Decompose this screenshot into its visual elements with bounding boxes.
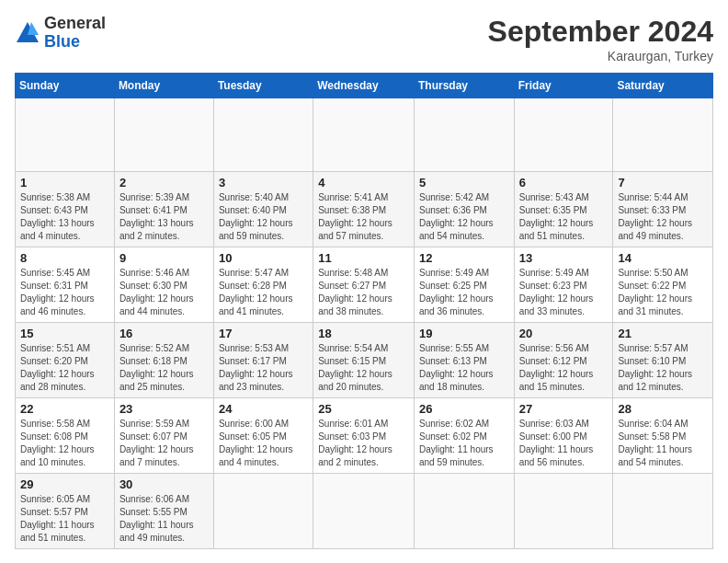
month-title: September 2024 — [488, 15, 713, 49]
table-row: 11Sunrise: 5:48 AM Sunset: 6:27 PM Dayli… — [313, 247, 415, 323]
table-row — [613, 474, 713, 549]
col-monday: Monday — [114, 74, 213, 98]
table-row — [313, 474, 415, 549]
day-number: 16 — [119, 327, 209, 340]
table-row: 29Sunrise: 6:05 AM Sunset: 5:57 PM Dayli… — [16, 474, 115, 549]
day-number: 5 — [419, 176, 509, 190]
day-number: 30 — [119, 477, 209, 491]
table-row: 23Sunrise: 5:59 AM Sunset: 6:07 PM Dayli… — [114, 398, 213, 474]
table-row: 19Sunrise: 5:55 AM Sunset: 6:13 PM Dayli… — [414, 323, 514, 398]
day-number: 24 — [219, 402, 308, 416]
day-info: Sunrise: 5:56 AM Sunset: 6:12 PM Dayligh… — [519, 342, 609, 394]
day-number: 28 — [618, 402, 708, 416]
day-info: Sunrise: 6:02 AM Sunset: 6:02 PM Dayligh… — [419, 418, 509, 469]
table-row — [213, 98, 313, 172]
day-number: 10 — [219, 251, 308, 265]
table-row — [414, 474, 514, 549]
day-info: Sunrise: 5:57 AM Sunset: 6:10 PM Dayligh… — [618, 342, 708, 394]
day-info: Sunrise: 6:04 AM Sunset: 5:58 PM Dayligh… — [618, 418, 708, 469]
day-info: Sunrise: 5:55 AM Sunset: 6:13 PM Dayligh… — [419, 342, 509, 394]
table-row — [16, 98, 115, 172]
day-number: 22 — [20, 402, 109, 416]
calendar-row: 8Sunrise: 5:45 AM Sunset: 6:31 PM Daylig… — [16, 247, 713, 323]
table-row — [213, 474, 313, 549]
day-number: 6 — [519, 176, 609, 190]
table-row: 1Sunrise: 5:38 AM Sunset: 6:43 PM Daylig… — [16, 172, 115, 247]
table-row: 26Sunrise: 6:02 AM Sunset: 6:02 PM Dayli… — [414, 398, 514, 474]
day-info: Sunrise: 5:46 AM Sunset: 6:30 PM Dayligh… — [119, 267, 209, 318]
table-row: 15Sunrise: 5:51 AM Sunset: 6:20 PM Dayli… — [16, 323, 115, 398]
col-saturday: Saturday — [613, 74, 713, 98]
table-row — [313, 98, 415, 172]
table-row: 5Sunrise: 5:42 AM Sunset: 6:36 PM Daylig… — [414, 172, 514, 247]
col-friday: Friday — [514, 74, 613, 98]
day-number: 8 — [20, 251, 109, 265]
table-row: 10Sunrise: 5:47 AM Sunset: 6:28 PM Dayli… — [213, 247, 313, 323]
logo: General Blue — [15, 15, 106, 52]
table-row: 30Sunrise: 6:06 AM Sunset: 5:55 PM Dayli… — [114, 474, 213, 549]
page-header: General Blue September 2024 Karaurgan, T… — [15, 15, 713, 63]
day-info: Sunrise: 5:49 AM Sunset: 6:25 PM Dayligh… — [419, 267, 509, 318]
col-sunday: Sunday — [16, 74, 115, 98]
calendar-row: 22Sunrise: 5:58 AM Sunset: 6:08 PM Dayli… — [16, 398, 713, 474]
day-number: 1 — [20, 176, 109, 190]
table-row: 22Sunrise: 5:58 AM Sunset: 6:08 PM Dayli… — [16, 398, 115, 474]
day-info: Sunrise: 5:48 AM Sunset: 6:27 PM Dayligh… — [318, 267, 409, 318]
day-number: 13 — [519, 251, 609, 265]
day-number: 2 — [119, 176, 209, 190]
day-number: 18 — [318, 327, 409, 340]
table-row: 4Sunrise: 5:41 AM Sunset: 6:38 PM Daylig… — [313, 172, 415, 247]
day-number: 26 — [419, 402, 509, 416]
table-row: 7Sunrise: 5:44 AM Sunset: 6:33 PM Daylig… — [613, 172, 713, 247]
day-info: Sunrise: 6:06 AM Sunset: 5:55 PM Dayligh… — [119, 493, 209, 545]
day-info: Sunrise: 6:03 AM Sunset: 6:00 PM Dayligh… — [519, 418, 609, 469]
table-row: 3Sunrise: 5:40 AM Sunset: 6:40 PM Daylig… — [213, 172, 313, 247]
day-info: Sunrise: 5:52 AM Sunset: 6:18 PM Dayligh… — [119, 342, 209, 394]
day-info: Sunrise: 5:41 AM Sunset: 6:38 PM Dayligh… — [318, 191, 409, 243]
day-number: 21 — [618, 327, 708, 340]
col-wednesday: Wednesday — [313, 74, 415, 98]
table-row: 2Sunrise: 5:39 AM Sunset: 6:41 PM Daylig… — [114, 172, 213, 247]
table-row: 8Sunrise: 5:45 AM Sunset: 6:31 PM Daylig… — [16, 247, 115, 323]
day-number: 15 — [20, 327, 109, 340]
calendar-table: Sunday Monday Tuesday Wednesday Thursday… — [15, 73, 713, 549]
day-info: Sunrise: 5:43 AM Sunset: 6:35 PM Dayligh… — [519, 191, 609, 243]
table-row: 28Sunrise: 6:04 AM Sunset: 5:58 PM Dayli… — [613, 398, 713, 474]
table-row: 21Sunrise: 5:57 AM Sunset: 6:10 PM Dayli… — [613, 323, 713, 398]
day-number: 25 — [318, 402, 409, 416]
table-row: 13Sunrise: 5:49 AM Sunset: 6:23 PM Dayli… — [514, 247, 613, 323]
day-number: 4 — [318, 176, 409, 190]
table-row: 9Sunrise: 5:46 AM Sunset: 6:30 PM Daylig… — [114, 247, 213, 323]
table-row: 17Sunrise: 5:53 AM Sunset: 6:17 PM Dayli… — [213, 323, 313, 398]
day-info: Sunrise: 5:45 AM Sunset: 6:31 PM Dayligh… — [20, 267, 109, 318]
table-row: 24Sunrise: 6:00 AM Sunset: 6:05 PM Dayli… — [213, 398, 313, 474]
calendar-row: 1Sunrise: 5:38 AM Sunset: 6:43 PM Daylig… — [16, 172, 713, 247]
day-info: Sunrise: 5:59 AM Sunset: 6:07 PM Dayligh… — [119, 418, 209, 469]
day-number: 23 — [119, 402, 209, 416]
table-row: 16Sunrise: 5:52 AM Sunset: 6:18 PM Dayli… — [114, 323, 213, 398]
day-info: Sunrise: 5:58 AM Sunset: 6:08 PM Dayligh… — [20, 418, 109, 469]
day-number: 7 — [618, 176, 708, 190]
col-thursday: Thursday — [414, 74, 514, 98]
table-row — [414, 98, 514, 172]
day-number: 12 — [419, 251, 509, 265]
day-info: Sunrise: 5:39 AM Sunset: 6:41 PM Dayligh… — [119, 191, 209, 243]
day-info: Sunrise: 6:01 AM Sunset: 6:03 PM Dayligh… — [318, 418, 409, 469]
col-tuesday: Tuesday — [213, 74, 313, 98]
logo-text: General Blue — [44, 15, 106, 52]
day-info: Sunrise: 5:50 AM Sunset: 6:22 PM Dayligh… — [618, 267, 708, 318]
day-number: 3 — [219, 176, 308, 190]
location-text: Karaurgan, Turkey — [488, 49, 713, 63]
day-info: Sunrise: 5:51 AM Sunset: 6:20 PM Dayligh… — [20, 342, 109, 394]
table-row: 20Sunrise: 5:56 AM Sunset: 6:12 PM Dayli… — [514, 323, 613, 398]
table-row: 27Sunrise: 6:03 AM Sunset: 6:00 PM Dayli… — [514, 398, 613, 474]
table-row — [514, 98, 613, 172]
day-number: 27 — [519, 402, 609, 416]
table-row — [514, 474, 613, 549]
day-info: Sunrise: 6:00 AM Sunset: 6:05 PM Dayligh… — [219, 418, 308, 469]
day-info: Sunrise: 5:40 AM Sunset: 6:40 PM Dayligh… — [219, 191, 308, 243]
day-info: Sunrise: 6:05 AM Sunset: 5:57 PM Dayligh… — [20, 493, 109, 545]
logo-icon — [15, 20, 40, 46]
logo-general-text: General — [44, 15, 106, 33]
day-info: Sunrise: 5:53 AM Sunset: 6:17 PM Dayligh… — [219, 342, 308, 394]
